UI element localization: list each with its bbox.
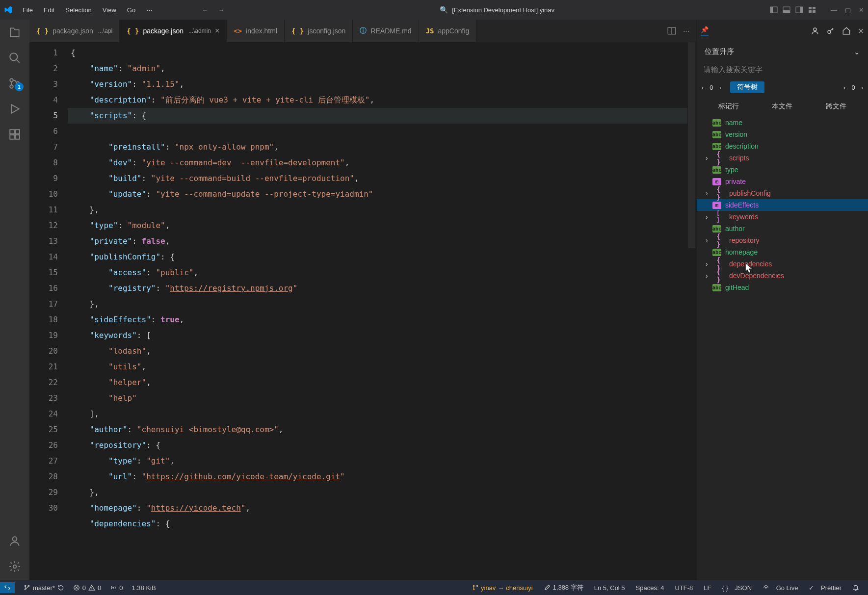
close-icon[interactable]: ✕ bbox=[859, 6, 864, 14]
line-number[interactable]: 10 bbox=[29, 186, 58, 202]
remote-icon[interactable] bbox=[0, 582, 15, 593]
line-number[interactable]: 11 bbox=[29, 202, 58, 218]
menu-edit[interactable]: Edit bbox=[39, 4, 59, 16]
line-number[interactable]: 26 bbox=[29, 438, 58, 453]
lang-status[interactable]: { } JSON bbox=[722, 584, 752, 592]
menu-selection[interactable]: Selection bbox=[60, 4, 96, 16]
home-icon[interactable] bbox=[842, 26, 851, 35]
title-center[interactable]: 🔍 [Extension Development Host] yinav bbox=[224, 6, 770, 14]
branch-status[interactable]: master* bbox=[24, 584, 64, 592]
explorer-icon[interactable] bbox=[8, 26, 22, 39]
editor[interactable]: 1234567891011121314151617181920212223242… bbox=[29, 42, 696, 580]
maximize-icon[interactable]: ▢ bbox=[845, 6, 851, 14]
user-icon[interactable] bbox=[811, 26, 819, 35]
line-number[interactable]: 2 bbox=[29, 61, 58, 77]
more-icon[interactable]: ⋯ bbox=[683, 27, 689, 35]
line-number[interactable]: 9 bbox=[29, 171, 58, 186]
panel-tab-marks[interactable]: 标记行 bbox=[714, 100, 743, 113]
line-number[interactable]: 12 bbox=[29, 218, 58, 233]
line-number[interactable]: 25 bbox=[29, 422, 58, 438]
tab-index-html[interactable]: <>index.html bbox=[227, 20, 285, 42]
line-number[interactable]: 14 bbox=[29, 249, 58, 265]
line-number[interactable]: 15 bbox=[29, 265, 58, 281]
nav-back-icon[interactable]: ← bbox=[202, 6, 208, 14]
git-flow-status[interactable]: yinav → chensuiyi bbox=[472, 584, 533, 592]
minimize-icon[interactable]: — bbox=[831, 6, 837, 14]
line-number[interactable]: 23 bbox=[29, 390, 58, 406]
next-icon[interactable]: › bbox=[719, 84, 721, 91]
line-number[interactable]: 4 bbox=[29, 92, 58, 108]
line-number[interactable]: 29 bbox=[29, 485, 58, 500]
menu-more-icon[interactable]: ⋯ bbox=[141, 4, 158, 16]
filesize-status[interactable]: 1.38 KiB bbox=[132, 584, 156, 592]
encoding-status[interactable]: UTF-8 bbox=[675, 584, 693, 592]
line-number[interactable]: 24 bbox=[29, 406, 58, 422]
line-number[interactable]: 27 bbox=[29, 453, 58, 469]
golive-status[interactable]: Go Live bbox=[763, 584, 798, 592]
panel-tab-file[interactable]: 本文件 bbox=[768, 100, 796, 113]
split-icon[interactable] bbox=[667, 26, 676, 35]
tab-package-json[interactable]: { }package.json...\api bbox=[29, 20, 120, 42]
settings-icon[interactable] bbox=[8, 560, 22, 573]
panel-tab-cross[interactable]: 跨文件 bbox=[822, 100, 850, 113]
outline-item-name[interactable]: abcname bbox=[697, 117, 868, 129]
code[interactable]: { "name": "admin", "version": "1.1.15", … bbox=[71, 42, 687, 580]
prev-icon-2[interactable]: ‹ bbox=[843, 84, 845, 91]
extensions-icon[interactable] bbox=[8, 128, 22, 141]
menu-go[interactable]: Go bbox=[122, 4, 140, 16]
bell-icon[interactable] bbox=[852, 584, 859, 591]
layout-bottom-icon[interactable] bbox=[783, 6, 790, 14]
spaces-status[interactable]: Spaces: 4 bbox=[636, 584, 664, 592]
cursor-pos[interactable]: Ln 5, Col 5 bbox=[594, 584, 625, 592]
layout-right-icon[interactable] bbox=[795, 6, 803, 14]
next-icon-2[interactable]: › bbox=[861, 84, 863, 91]
minimap[interactable] bbox=[687, 42, 696, 580]
line-number[interactable]: 22 bbox=[29, 375, 58, 390]
outline-item-repository[interactable]: { }repository bbox=[697, 234, 868, 246]
line-number[interactable]: 21 bbox=[29, 359, 58, 375]
line-number[interactable]: 28 bbox=[29, 469, 58, 485]
tab-jsconfig-json[interactable]: { }jsconfig.json bbox=[285, 20, 353, 42]
line-number[interactable]: 6 bbox=[29, 124, 58, 139]
line-number[interactable]: 1 bbox=[29, 45, 58, 61]
prettier-status[interactable]: ✓ Prettier bbox=[809, 584, 842, 592]
problems-status[interactable]: 0 0 bbox=[73, 584, 101, 592]
symbol-tree-pill[interactable]: 符号树 bbox=[730, 81, 764, 93]
line-number[interactable]: 16 bbox=[29, 281, 58, 296]
line-number[interactable]: 20 bbox=[29, 343, 58, 359]
scm-icon[interactable]: 1 bbox=[8, 77, 22, 90]
close-tab-icon[interactable]: × bbox=[215, 26, 219, 35]
line-number[interactable]: 8 bbox=[29, 155, 58, 171]
line-number[interactable]: 3 bbox=[29, 77, 58, 92]
panel-close-icon[interactable]: ✕ bbox=[858, 26, 864, 36]
account-icon[interactable] bbox=[8, 534, 22, 548]
menu-view[interactable]: View bbox=[98, 4, 121, 16]
outline-item-keywords[interactable]: [ ]keywords bbox=[697, 211, 868, 223]
nav-forward-icon[interactable]: → bbox=[218, 6, 224, 14]
eol-status[interactable]: LF bbox=[704, 584, 711, 592]
tab-appConfig[interactable]: JSappConfig bbox=[419, 20, 477, 42]
line-number[interactable]: 13 bbox=[29, 233, 58, 249]
outline-item-devDependencies[interactable]: { }devDependencies bbox=[697, 270, 868, 282]
prev-icon[interactable]: ‹ bbox=[702, 84, 704, 91]
key-icon[interactable] bbox=[826, 26, 835, 35]
line-number[interactable]: 7 bbox=[29, 139, 58, 155]
line-number[interactable]: 19 bbox=[29, 328, 58, 343]
chars-status[interactable]: 1,388 字符 bbox=[544, 583, 583, 592]
layout-left-icon[interactable] bbox=[770, 6, 778, 14]
tab-README-md[interactable]: ⓘREADME.md bbox=[353, 20, 419, 42]
debug-icon[interactable] bbox=[8, 102, 22, 116]
layout-grid-icon[interactable] bbox=[808, 6, 816, 14]
search-activity-icon[interactable] bbox=[8, 51, 22, 65]
line-number[interactable]: 18 bbox=[29, 312, 58, 328]
outline-item-version[interactable]: abcversion bbox=[697, 129, 868, 140]
radio-status[interactable]: 0 bbox=[110, 584, 123, 592]
line-number[interactable]: 30 bbox=[29, 500, 58, 516]
sort-dropdown[interactable]: 位置升序 ⌄ bbox=[697, 42, 868, 61]
outline-item-scripts[interactable]: { }scripts bbox=[697, 152, 868, 164]
menu-file[interactable]: File bbox=[18, 4, 38, 16]
search-input[interactable]: 请输入搜索关键字 bbox=[697, 61, 868, 78]
minimap-thumb[interactable] bbox=[688, 42, 695, 248]
tab-package-json[interactable]: { }package.json...\admin× bbox=[120, 20, 227, 42]
outline-item-publishConfig[interactable]: { }publishConfig bbox=[697, 187, 868, 199]
